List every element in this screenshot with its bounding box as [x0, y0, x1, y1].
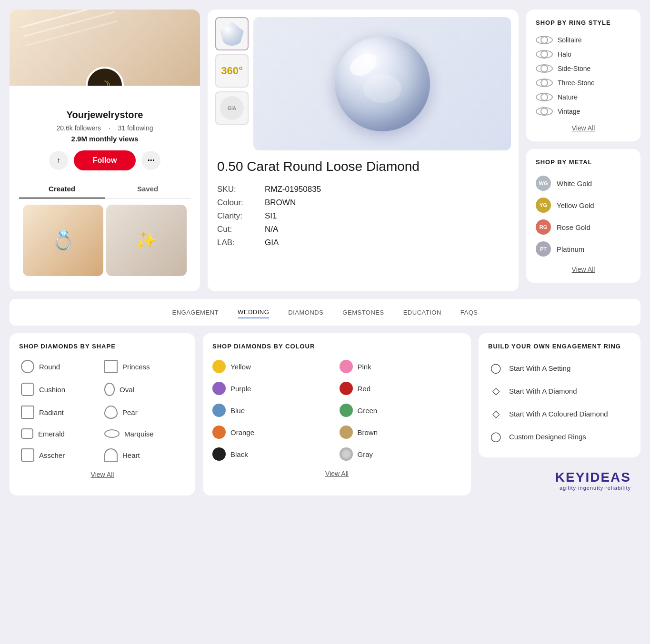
platinum-label: Platinum	[557, 245, 584, 253]
colour-pink[interactable]: Pink	[340, 357, 462, 376]
cut-label: Cut:	[217, 225, 265, 234]
build-custom[interactable]: ◯ Custom Designed Rings	[488, 425, 631, 448]
tab-created[interactable]: Created	[19, 180, 105, 198]
nav-education[interactable]: EDUCATION	[403, 307, 441, 318]
ring-style-label: Three-Stone	[558, 79, 595, 87]
build-diamond-label: Start With A Diamond	[509, 387, 577, 395]
colour-orange[interactable]: Orange	[212, 422, 335, 442]
build-list: ◯ Start With A Setting ◇ Start With A Di…	[488, 357, 631, 448]
nav-gemstones[interactable]: GEMSTONES	[342, 307, 384, 318]
profile-images: 💍 ✨	[19, 205, 190, 282]
ring-style-list: Solitaire Halo Side-Stone Three-Stone Na…	[536, 33, 631, 119]
ring-style-title: SHOP BY RING STYLE	[536, 19, 631, 26]
orange-circle	[212, 426, 226, 439]
halo-icon	[536, 50, 553, 59]
metal-white-gold[interactable]: WG White Gold	[536, 172, 631, 194]
ring-style-label: Halo	[558, 50, 571, 58]
colours-grid: Yellow Pink Purple Red Blue	[212, 357, 461, 464]
profile-image-1[interactable]: 💍	[23, 205, 103, 276]
colour-brown-label: Brown	[358, 428, 378, 436]
metal-yellow-gold[interactable]: YG Yellow Gold	[536, 194, 631, 216]
yellow-gold-label: Yellow Gold	[557, 201, 594, 209]
shape-emerald[interactable]: Emerald	[19, 425, 102, 442]
setting-icon: ◯	[488, 360, 503, 376]
main-product-image[interactable]	[253, 17, 511, 150]
profile-name: Yourjewelrystore	[19, 109, 190, 120]
colour-black[interactable]: Black	[212, 444, 335, 464]
thumb-cert[interactable]: GIA	[215, 91, 249, 125]
thumb-360[interactable]: 360°	[215, 54, 249, 88]
shape-marquise[interactable]: Marquise	[102, 425, 186, 442]
profile-image-2[interactable]: ✨	[106, 205, 187, 276]
nature-icon	[536, 92, 553, 102]
ring-style-threestone[interactable]: Three-Stone	[536, 76, 631, 90]
nav-engagement[interactable]: ENGAGEMENT	[172, 307, 218, 318]
shape-princess[interactable]: Princess	[102, 357, 186, 376]
shape-asscher[interactable]: Asscher	[19, 445, 102, 465]
metal-view-all[interactable]: View All	[536, 266, 631, 273]
bottom-right-col: BUILD YOUR OWN ENGAGEMENT RING ◯ Start W…	[479, 333, 640, 495]
tab-saved[interactable]: Saved	[105, 180, 190, 198]
colour-purple[interactable]: Purple	[212, 378, 335, 398]
ring-style-halo[interactable]: Halo	[536, 47, 631, 61]
followers-count: 20.6k followers	[57, 124, 101, 132]
build-setting[interactable]: ◯ Start With A Setting	[488, 357, 631, 379]
colour-yellow-label: Yellow	[230, 363, 251, 371]
shape-pear[interactable]: Pear	[102, 402, 186, 422]
share-button[interactable]: ↑	[49, 151, 68, 170]
build-diamond[interactable]: ◇ Start With A Diamond	[488, 379, 631, 402]
cushion-icon	[21, 383, 34, 396]
shape-cushion-label: Cushion	[39, 386, 65, 394]
colour-gray-label: Gray	[358, 450, 373, 458]
following-count: 31 following	[118, 124, 153, 132]
product-card: 360° GIA 0.50 Carat Round Loose Diamond …	[208, 10, 519, 291]
ring-style-vintage[interactable]: Vintage	[536, 104, 631, 119]
colour-red[interactable]: Red	[340, 378, 462, 398]
shape-radiant[interactable]: Radiant	[19, 402, 102, 422]
ring-style-view-all[interactable]: View All	[536, 124, 631, 132]
colour-purple-label: Purple	[230, 385, 251, 393]
colours-view-all[interactable]: View All	[212, 470, 461, 477]
yellow-circle	[212, 360, 226, 373]
follow-button[interactable]: Follow	[74, 150, 136, 170]
thumb-360-label: 360°	[221, 65, 243, 77]
nav-bar: ENGAGEMENT WEDDING DIAMONDS GEMSTONES ED…	[10, 299, 640, 326]
build-coloured-diamond[interactable]: ◇ Start With A Coloured Diamond	[488, 402, 631, 425]
shape-round[interactable]: Round	[19, 357, 102, 376]
colour-title: SHOP DIAMONDS BY COLOUR	[212, 343, 461, 350]
colour-green[interactable]: Green	[340, 400, 462, 420]
avatar	[86, 67, 124, 86]
product-gallery: 360° GIA	[215, 17, 511, 150]
build-card: BUILD YOUR OWN ENGAGEMENT RING ◯ Start W…	[479, 333, 640, 457]
nav-wedding[interactable]: WEDDING	[238, 307, 269, 318]
shape-title: SHOP DIAMONDS BY SHAPE	[19, 343, 186, 350]
bottom-grid: SHOP DIAMONDS BY SHAPE Round Princess Cu…	[10, 333, 640, 495]
thumb-diamond[interactable]	[215, 17, 249, 50]
colour-yellow[interactable]: Yellow	[212, 357, 335, 376]
radiant-icon	[21, 406, 34, 419]
shape-card: SHOP DIAMONDS BY SHAPE Round Princess Cu…	[10, 333, 195, 495]
colour-blue[interactable]: Blue	[212, 400, 335, 420]
shapes-view-all[interactable]: View All	[19, 471, 186, 478]
asscher-icon	[21, 448, 34, 462]
ring-style-sidestone[interactable]: Side-Stone	[536, 61, 631, 76]
colour-gray[interactable]: Gray	[340, 444, 462, 464]
cover-image	[10, 10, 200, 86]
cut-value: N/A	[265, 225, 509, 234]
nav-faqs[interactable]: FAQs	[460, 307, 478, 318]
custom-icon: ◯	[488, 429, 503, 444]
more-button[interactable]: ···	[141, 151, 160, 170]
threestone-icon	[536, 78, 553, 88]
ring-style-solitaire[interactable]: Solitaire	[536, 33, 631, 47]
pink-circle	[340, 360, 353, 373]
colour-brown[interactable]: Brown	[340, 422, 462, 442]
metal-platinum[interactable]: PT Platinum	[536, 238, 631, 260]
nav-diamonds[interactable]: DIAMONDS	[288, 307, 323, 318]
shape-cushion[interactable]: Cushion	[19, 379, 102, 399]
shape-oval[interactable]: Oval	[102, 379, 186, 399]
ring-style-nature[interactable]: Nature	[536, 90, 631, 104]
colour-blue-label: Blue	[230, 406, 245, 415]
build-title: BUILD YOUR OWN ENGAGEMENT RING	[488, 343, 631, 350]
shape-heart[interactable]: Heart	[102, 445, 186, 465]
metal-rose-gold[interactable]: RG Rose Gold	[536, 216, 631, 238]
